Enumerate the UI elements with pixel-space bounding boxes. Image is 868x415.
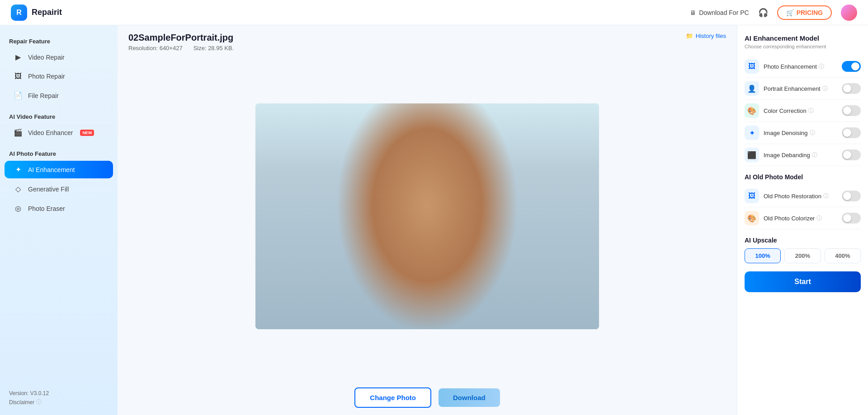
portrait-enhancement-icon: 👤 [745,81,759,96]
svg-point-45 [319,112,373,122]
color-correction-icon: 🎨 [745,103,759,118]
svg-rect-40 [337,291,518,297]
old-photo-restoration-label: Old Photo Restoration ⓘ [764,192,837,200]
image-debanding-row: ⬛ Image Debanding ⓘ [745,144,861,166]
svg-rect-31 [432,207,452,217]
old-photo-colorizer-row: 🎨 Old Photo Colorizer ⓘ [745,207,861,229]
help-icon[interactable]: 🎧 [758,8,768,18]
image-debanding-info-icon[interactable]: ⓘ [812,151,817,159]
svg-rect-38 [355,282,500,329]
photo-enhancement-toggle[interactable] [842,61,861,72]
sidebar-item-ai-enhancement[interactable]: ✦ AI Enhancement [5,161,113,178]
avatar[interactable] [841,5,857,21]
svg-rect-4 [477,135,520,234]
download-button[interactable]: Download [439,388,500,407]
sidebar-item-label-ai-enhancement: AI Enhancement [28,166,75,173]
photo-repair-icon: 🖼 [14,72,23,80]
svg-rect-16 [416,225,439,252]
sidebar-item-video-enhancer[interactable]: 🎬 Video Enhancer NEW [5,124,113,141]
svg-rect-46 [344,103,348,117]
old-photo-colorizer-toggle[interactable] [842,213,861,224]
right-panel: AI Enhancement Model Choose correspondin… [737,25,868,415]
file-resolution: Resolution: 640×427 [128,45,183,51]
svg-point-14 [332,252,396,298]
image-denoising-label: Image Denoising ⓘ [764,129,837,137]
svg-rect-19 [390,182,464,210]
sidebar-item-video-repair[interactable]: ▶ Video Repair [5,48,113,66]
ai-upscale-title: AI Upscale [745,237,861,244]
color-correction-info-icon[interactable]: ⓘ [808,107,814,115]
old-photo-colorizer-icon: 🎨 [745,211,759,225]
image-preview-area [118,55,737,382]
cart-icon: 🛒 [786,9,794,16]
generative-fill-icon: ◇ [14,185,23,193]
video-repair-icon: ▶ [14,53,23,61]
old-photo-restoration-toggle[interactable] [842,191,861,201]
portrait-enhancement-label: Portrait Enhancement ⓘ [764,85,837,93]
svg-point-21 [385,208,397,224]
image-debanding-toggle[interactable] [842,149,861,160]
old-photo-colorizer-info-icon[interactable]: ⓘ [816,214,822,222]
svg-rect-42 [402,300,434,329]
disclaimer-link[interactable]: Disclaimer ⓘ [9,398,108,406]
svg-point-36 [423,220,432,226]
file-repair-icon: 📄 [14,91,23,100]
ai-enhancement-model-title: AI Enhancement Model [745,34,861,42]
pricing-button[interactable]: 🛒 PRICING [777,5,832,20]
old-photo-restoration-icon: 🖼 [745,189,759,203]
photo-svg [255,103,599,329]
photo-enhancement-row: 🖼 Photo Enhancement ⓘ [745,56,861,78]
sidebar-item-label-photo-repair: Photo Repair [28,73,65,80]
logo-area: R Repairit [11,5,62,21]
svg-point-37 [405,228,450,246]
svg-rect-8 [292,212,346,284]
old-photo-restoration-info-icon[interactable]: ⓘ [823,192,829,200]
sidebar: Repair Feature ▶ Video Repair 🖼 Photo Re… [0,25,118,415]
sidebar-item-generative-fill[interactable]: ◇ Generative Fill [5,180,113,198]
svg-line-28 [391,212,398,213]
photo-enhancement-info-icon[interactable]: ⓘ [819,63,824,70]
svg-point-34 [408,210,412,214]
sidebar-item-file-repair[interactable]: 📄 File Repair [5,87,113,104]
svg-rect-30 [400,207,420,217]
svg-point-35 [443,210,446,214]
image-denoising-info-icon[interactable]: ⓘ [810,129,815,137]
sidebar-item-photo-repair[interactable]: 🖼 Photo Repair [5,68,113,85]
upscale-100-button[interactable]: 100% [745,248,781,263]
svg-point-33 [440,209,449,216]
svg-point-32 [406,209,415,216]
app-name: Repairit [32,8,62,17]
history-files-button[interactable]: 📁 History files [686,33,726,39]
color-correction-toggle[interactable] [842,105,861,116]
upscale-200-button[interactable]: 200% [784,248,821,263]
svg-point-17 [391,176,463,257]
upscale-options: 100% 200% 400% [745,248,861,263]
old-photo-colorizer-label: Old Photo Colorizer ⓘ [764,214,837,222]
photo-eraser-icon: ◎ [14,204,23,213]
svg-point-22 [457,208,470,224]
svg-rect-41 [400,298,436,329]
upscale-400-button[interactable]: 400% [825,248,861,263]
top-navigation: R Repairit 🖥 Download For PC 🎧 🛒 PRICING [0,0,868,25]
portrait-enhancement-info-icon[interactable]: ⓘ [822,85,828,93]
sidebar-item-label-generative-fill: Generative Fill [28,186,69,193]
image-debanding-label: Image Debanding ⓘ [764,151,837,159]
file-size: Size: 28.95 KB. [193,45,234,51]
svg-rect-5 [524,135,567,234]
svg-point-20 [402,168,452,191]
history-icon: 📁 [686,33,693,39]
sidebar-item-photo-eraser[interactable]: ◎ Photo Eraser [5,200,113,217]
start-button[interactable]: Start [745,271,861,292]
color-correction-row: 🎨 Color Correction ⓘ [745,100,861,122]
svg-rect-3 [472,131,572,239]
svg-point-43 [346,279,400,298]
svg-point-44 [454,279,509,298]
ai-video-section-title: AI Video Feature [0,110,118,123]
download-for-pc-button[interactable]: 🖥 Download For PC [690,9,749,16]
bottom-toolbar: Change Photo Download [118,382,737,415]
change-photo-button[interactable]: Change Photo [354,387,431,408]
svg-rect-12 [292,291,563,296]
image-denoising-toggle[interactable] [842,127,861,138]
portrait-enhancement-toggle[interactable] [842,83,861,94]
main-layout: Repair Feature ▶ Video Repair 🖼 Photo Re… [0,25,868,415]
